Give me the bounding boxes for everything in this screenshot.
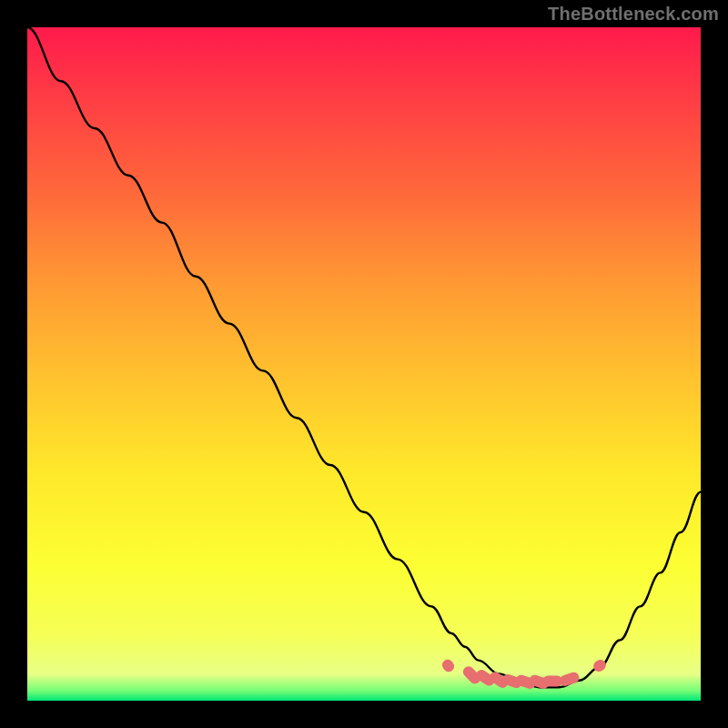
plot-area: [27, 27, 701, 701]
watermark-text: TheBottleneck.com: [548, 4, 719, 25]
chart-frame: TheBottleneck.com: [0, 0, 728, 728]
heat-gradient: [27, 27, 701, 701]
